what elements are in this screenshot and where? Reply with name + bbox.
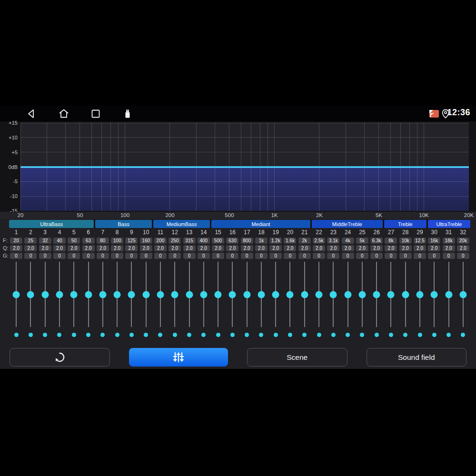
slider-base-dot	[446, 333, 451, 337]
q-value-chip: 2.0	[327, 245, 339, 251]
grid-hline	[20, 152, 469, 152]
gain-slider-knob[interactable]	[13, 291, 20, 298]
gain-slider-track[interactable]	[203, 262, 204, 327]
gain-slider-track[interactable]	[347, 262, 348, 327]
slider-base-dot	[360, 333, 364, 337]
slider-base-dot	[216, 333, 220, 337]
gain-slider-track[interactable]	[275, 262, 276, 327]
gain-slider-knob[interactable]	[27, 291, 34, 298]
scene-button[interactable]: Scene	[247, 348, 347, 367]
gain-slider-track[interactable]	[304, 262, 305, 327]
gain-slider-knob[interactable]	[41, 291, 49, 298]
gain-slider-track[interactable]	[362, 262, 363, 327]
gain-slider-track[interactable]	[405, 262, 406, 327]
q-value-chip: 2.0	[226, 245, 238, 251]
gain-slider-track[interactable]	[376, 262, 377, 327]
gain-slider-knob[interactable]	[243, 291, 250, 298]
gain-slider-track[interactable]	[333, 262, 334, 327]
bottom-toolbar: Scene Sound field	[10, 348, 466, 367]
gain-slider-track[interactable]	[189, 262, 190, 327]
gain-slider-track[interactable]	[45, 262, 46, 327]
gain-slider-track[interactable]	[232, 262, 233, 327]
gain-slider-track[interactable]	[434, 262, 435, 327]
soundfield-button[interactable]: Sound field	[367, 348, 467, 367]
gain-value-chip: 0	[385, 253, 397, 259]
gain-slider-track[interactable]	[463, 262, 464, 327]
gain-value-chip: 0	[414, 253, 426, 259]
gain-slider-knob[interactable]	[114, 291, 121, 298]
freq-values-row: 2025324050638010012516020025031540050063…	[9, 237, 470, 244]
gain-slider-knob[interactable]	[85, 291, 92, 298]
gain-slider-knob[interactable]	[358, 291, 366, 298]
gain-slider-track[interactable]	[30, 262, 31, 327]
gain-slider-knob[interactable]	[157, 291, 164, 298]
gain-slider-knob[interactable]	[416, 291, 424, 298]
gain-slider-knob[interactable]	[373, 291, 380, 298]
gain-slider-knob[interactable]	[229, 291, 236, 298]
slider-base-dot	[187, 333, 191, 337]
gain-slider-knob[interactable]	[56, 291, 63, 298]
gain-slider-track[interactable]	[419, 262, 420, 327]
gain-slider-knob[interactable]	[142, 291, 149, 298]
slider-base-dot	[115, 333, 119, 337]
freq-value-chip: 2k	[298, 238, 311, 244]
equalizer-button[interactable]	[129, 348, 228, 367]
freq-value-chip: 4k	[342, 238, 354, 244]
gain-slider-track[interactable]	[218, 262, 218, 327]
freq-value-chip: 32	[39, 238, 51, 244]
gain-slider-track[interactable]	[261, 262, 262, 327]
gain-slider-knob[interactable]	[445, 291, 452, 298]
gain-slider-track[interactable]	[160, 262, 161, 327]
recents-button[interactable]	[90, 108, 101, 119]
gain-slider-knob[interactable]	[99, 291, 106, 298]
band-number: 21	[301, 229, 307, 236]
gain-slider-track[interactable]	[102, 262, 103, 327]
gain-slider-track[interactable]	[174, 262, 175, 327]
gain-slider-knob[interactable]	[272, 291, 279, 298]
gain-slider-track[interactable]	[16, 262, 17, 327]
gain-slider-knob[interactable]	[70, 291, 78, 298]
gain-slider-track[interactable]	[318, 262, 319, 327]
gain-row-label: G:	[3, 252, 9, 259]
gain-slider-knob[interactable]	[171, 291, 178, 298]
gain-value-chip: 0	[183, 253, 196, 259]
gain-slider-knob[interactable]	[316, 291, 323, 298]
gain-slider-knob[interactable]	[287, 291, 294, 298]
back-button[interactable]	[26, 108, 38, 119]
gain-value-chip: 0	[82, 253, 95, 259]
gain-slider-knob[interactable]	[128, 291, 135, 298]
gain-slider-knob[interactable]	[186, 291, 193, 298]
home-button[interactable]	[58, 108, 69, 119]
gain-slider-track[interactable]	[448, 262, 449, 327]
gain-slider-track[interactable]	[131, 262, 132, 327]
gain-slider-track[interactable]	[59, 262, 60, 327]
gain-slider-track[interactable]	[117, 262, 118, 327]
band-number: 10	[143, 229, 149, 236]
gain-slider-knob[interactable]	[215, 291, 222, 298]
gain-slider-knob[interactable]	[402, 291, 409, 298]
gain-slider-knob[interactable]	[258, 291, 265, 298]
gain-slider-knob[interactable]	[330, 291, 337, 298]
gain-slider-track[interactable]	[73, 262, 74, 327]
freq-value-chip: 250	[169, 238, 181, 244]
gain-slider-track[interactable]	[88, 262, 89, 327]
gain-slider-knob[interactable]	[301, 291, 308, 298]
gain-slider-knob[interactable]	[459, 291, 466, 298]
q-value-chip: 2.0	[10, 245, 22, 251]
gain-slider-track[interactable]	[289, 262, 290, 327]
gain-value-chip: 0	[97, 253, 109, 259]
gain-value-chip: 0	[24, 253, 37, 259]
gain-value-chip: 0	[457, 253, 469, 259]
reset-button[interactable]	[10, 348, 110, 367]
gain-slider-track[interactable]	[247, 262, 248, 327]
reset-icon	[53, 351, 66, 364]
gain-value-chip: 0	[212, 253, 224, 259]
usb-button[interactable]	[122, 108, 133, 119]
freq-value-chip: 50	[68, 238, 80, 244]
gain-slider-track[interactable]	[390, 262, 391, 327]
gain-slider-knob[interactable]	[344, 291, 351, 298]
gain-slider-knob[interactable]	[431, 291, 438, 298]
gain-slider-track[interactable]	[146, 262, 147, 327]
gain-slider-knob[interactable]	[387, 291, 395, 298]
gain-slider-knob[interactable]	[200, 291, 207, 298]
